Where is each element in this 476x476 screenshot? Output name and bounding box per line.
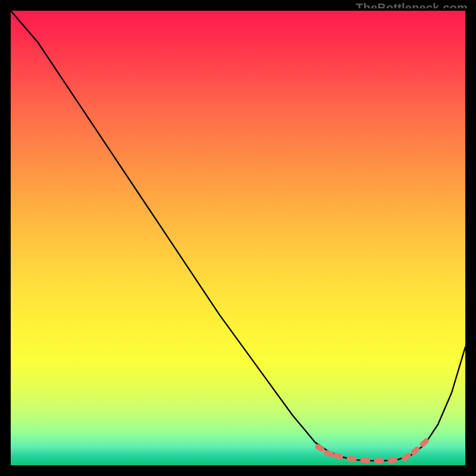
chart-svg <box>11 11 465 465</box>
marker-dash <box>374 458 384 464</box>
curve-line <box>11 11 465 461</box>
plot-area <box>11 11 465 465</box>
marker-dash <box>360 458 370 464</box>
marker-dash <box>323 449 334 457</box>
marker-dash <box>346 456 357 462</box>
marker-dash <box>400 452 412 462</box>
marker-dash <box>314 443 325 453</box>
marker-dash <box>387 456 398 464</box>
marker-dash <box>333 453 343 460</box>
chart-frame <box>8 8 468 468</box>
